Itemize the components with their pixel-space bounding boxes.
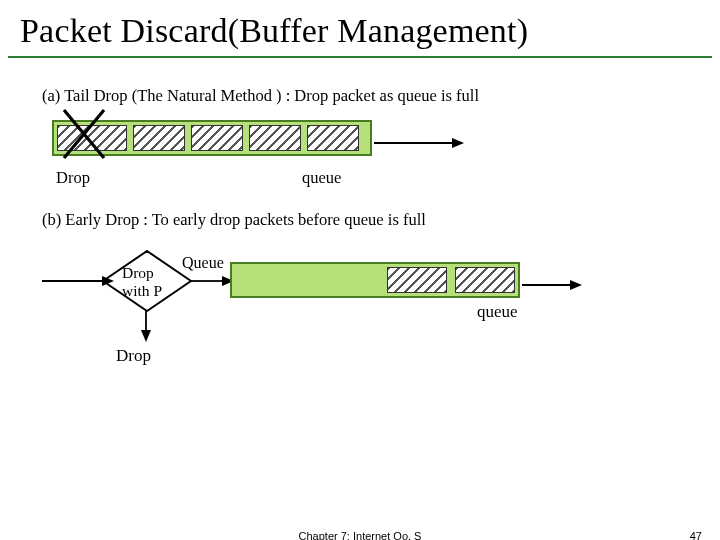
svg-marker-12 xyxy=(141,330,151,342)
arrow-out-a-icon xyxy=(374,136,464,150)
queue-tag-b: Queue xyxy=(182,254,224,272)
drop-label-b: Drop xyxy=(116,346,151,366)
queue-b xyxy=(230,262,520,298)
footer-chapter: Chapter 7: Internet Qo. S xyxy=(0,530,720,540)
section-a-text: (a) Tail Drop (The Natural Method ) : Dr… xyxy=(42,86,684,106)
diagram-early-drop: Drop with P Queue queue Drop xyxy=(42,238,684,398)
drop-label-a: Drop xyxy=(56,168,90,188)
packet-slot xyxy=(455,267,515,293)
svg-marker-3 xyxy=(452,138,464,148)
footer-page: 47 xyxy=(690,530,702,540)
packet-slot xyxy=(191,125,243,151)
packet-slot xyxy=(307,125,359,151)
svg-marker-10 xyxy=(570,280,582,290)
page-title: Packet Discard(Buffer Management) xyxy=(20,12,700,50)
queue-label-b: queue xyxy=(477,302,518,322)
arrow-right-b-icon xyxy=(190,274,234,288)
packet-slot xyxy=(133,125,185,151)
arrow-out-b-icon xyxy=(522,278,582,292)
packet-slot xyxy=(249,125,301,151)
packet-slot xyxy=(57,125,127,151)
section-b-text: (b) Early Drop : To early drop packets b… xyxy=(42,210,684,230)
queue-a xyxy=(52,120,372,156)
queue-label-a: queue xyxy=(302,168,341,188)
arrow-down-b-icon xyxy=(139,310,153,342)
packet-slot xyxy=(387,267,447,293)
diagram-tail-drop: Drop queue xyxy=(42,114,684,194)
